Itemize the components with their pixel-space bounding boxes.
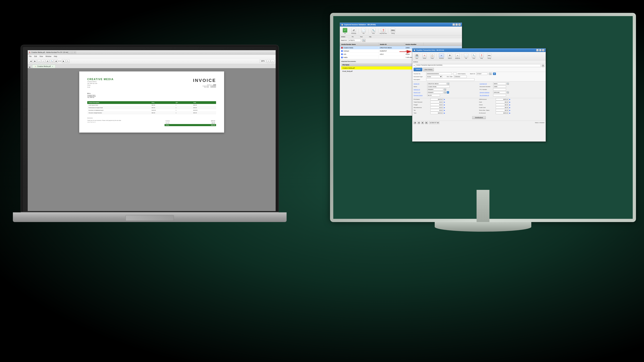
doc-number-input[interactable]: [493, 85, 506, 88]
acrobat-close-btn[interactable]: ✕: [74, 51, 76, 53]
tax-schedule-link[interactable]: Tax Schedule ID: [480, 95, 492, 96]
pay-close-btn[interactable]: ✕: [542, 49, 544, 51]
pay-save-btn[interactable]: 💾 Save: [413, 53, 420, 59]
po-number-input[interactable]: [493, 88, 506, 91]
batch-search-pay-btn[interactable]: 🔍: [489, 72, 492, 75]
pay-paste-btn[interactable]: 📋 Paste: [429, 53, 436, 59]
cc-arrow[interactable]: ▶: [509, 107, 510, 108]
terms-arrow[interactable]: ▶: [509, 109, 510, 111]
payment-terms-link[interactable]: Payment Terms: [414, 95, 426, 96]
pay-additional-btn[interactable]: + Additional: [454, 53, 461, 59]
pay-debug-btn[interactable]: DBG Debug: [486, 53, 493, 59]
address-id-input[interactable]: [427, 88, 443, 91]
voucher-extra1[interactable]: [453, 72, 456, 75]
shipping-link[interactable]: Shipping Method: [480, 92, 492, 93]
remit-to-link[interactable]: Remit To ID: [414, 92, 426, 93]
address-search[interactable]: 🔍: [444, 88, 446, 91]
tax-fin-input[interactable]: [430, 109, 443, 111]
cap-minimize-btn[interactable]: –: [452, 23, 455, 26]
total-arrow[interactable]: ▶: [444, 112, 445, 114]
acrobat-maximize-btn[interactable]: □: [71, 51, 73, 53]
shipping-search[interactable]: 🔍: [507, 91, 509, 93]
nav-first-btn[interactable]: |◀: [414, 121, 416, 124]
remit-to-input[interactable]: [427, 91, 443, 93]
misc-arrow[interactable]: ▶: [444, 107, 445, 108]
company-id-input[interactable]: [493, 82, 506, 85]
pay-status-dropdown[interactable]: Invoice Transaction Approval (Not Submit…: [416, 64, 541, 67]
cap-help-btn[interactable]: ❓ Help Add Note: [379, 28, 387, 34]
terms-disc-input[interactable]: [496, 109, 508, 111]
company-id-link[interactable]: Company ID: [480, 83, 492, 84]
batch-id-input[interactable]: [348, 39, 361, 42]
zoom-in-btn[interactable]: +: [266, 59, 270, 63]
remit-nav[interactable]: ▶: [447, 91, 449, 93]
shipping-input[interactable]: [493, 91, 506, 93]
cap-file-btn[interactable]: 📄 File: [360, 28, 368, 34]
doc-type-select[interactable]: Invoice: [426, 75, 442, 78]
menu-edit[interactable]: Edit: [34, 55, 37, 57]
cursor-btn[interactable]: ↖: [66, 59, 70, 63]
address-id-link[interactable]: Address ID: [414, 89, 426, 90]
check-input[interactable]: [496, 104, 508, 106]
doc-date-input[interactable]: [454, 75, 467, 78]
submit-btn[interactable]: Submit: [414, 68, 422, 71]
batch-nav-btn[interactable]: ▶: [493, 72, 496, 75]
td-arrow[interactable]: ▶: [444, 101, 445, 103]
tax-arrow[interactable]: ▶: [444, 109, 445, 111]
total-fin-input[interactable]: [430, 112, 443, 114]
pay-delete-btn[interactable]: ✕ Delete: [421, 53, 428, 59]
cap-window-controls[interactable]: – □ ✕: [452, 23, 460, 26]
cap-redisplay-btn[interactable]: ↺ Redisplay: [350, 28, 358, 34]
nav-last-btn[interactable]: ▶|: [425, 121, 428, 124]
acrobat-minimize-btn[interactable]: –: [68, 51, 70, 53]
pay-window-controls[interactable]: – □ ✕: [536, 49, 544, 51]
vendor-id-search[interactable]: 🔍: [447, 82, 449, 85]
acrobat-tab-creative-media[interactable]: A Creative Media.pdf ×: [32, 64, 56, 68]
batch-id-pay-input[interactable]: [476, 72, 488, 75]
check-arrow[interactable]: ▶: [509, 104, 510, 106]
pay-help-btn[interactable]: ❓ Help: [478, 53, 485, 59]
purchases-input[interactable]: [430, 98, 443, 100]
freight-input[interactable]: [430, 104, 443, 106]
batch-search-btn[interactable]: 🔍: [362, 39, 366, 42]
vendor-name-input[interactable]: [427, 85, 450, 88]
pay-options-btn[interactable]: ⚙ Options: [446, 53, 454, 59]
vendor-id-input[interactable]: [427, 82, 446, 85]
oa-arrow[interactable]: ▶: [509, 112, 510, 114]
payment-terms-input[interactable]: [427, 94, 440, 96]
on-account-input[interactable]: [496, 112, 508, 114]
cap-maximize-btn[interactable]: □: [456, 23, 458, 26]
cap-debug-btn[interactable]: DBG Debug: [389, 28, 397, 34]
vendor-id-link[interactable]: Vendor ID: [414, 83, 426, 84]
remit-search[interactable]: 🔍: [444, 91, 446, 93]
cash-input[interactable]: [496, 101, 508, 103]
forward-btn[interactable]: ▶: [33, 59, 37, 63]
purchases-arrow[interactable]: ▶: [444, 98, 445, 100]
amount-1099-input[interactable]: [496, 98, 508, 100]
pay-file-btn[interactable]: 📄 File: [462, 53, 470, 59]
cap-close-btn[interactable]: ✕: [458, 23, 460, 26]
zoom-level[interactable]: 100%: [260, 60, 266, 62]
pay-dropdown-arrow[interactable]: ▼: [542, 64, 544, 67]
pay-maximize-btn[interactable]: □: [539, 49, 542, 51]
zoom-out-btn[interactable]: −: [271, 59, 274, 63]
nav-sort-select[interactable]: by Batch ID: [429, 121, 439, 124]
home-btn[interactable]: ⌂: [37, 59, 41, 63]
1099-arrow[interactable]: ▶: [509, 98, 510, 100]
nav-next-btn[interactable]: ▶: [421, 121, 424, 124]
acrobat-window-controls[interactable]: – □ ✕: [68, 51, 76, 53]
freight-arrow[interactable]: ▶: [444, 104, 445, 106]
credit-card-input[interactable]: [496, 106, 508, 109]
tax-schedule-input[interactable]: [493, 94, 506, 96]
menu-help[interactable]: Help: [54, 55, 57, 57]
view-history-btn[interactable]: View History: [423, 68, 434, 71]
nav-next-btn[interactable]: ▶: [62, 59, 65, 63]
misc-input[interactable]: [430, 106, 443, 109]
back-btn[interactable]: ◀: [29, 59, 32, 63]
star-btn[interactable]: ☆: [42, 59, 45, 63]
menu-window[interactable]: Window: [46, 55, 51, 57]
search-toolbar-btn[interactable]: 🔍: [50, 59, 54, 63]
nav-prev-btn[interactable]: ◀: [54, 59, 58, 63]
cap-tools-btn[interactable]: 🔧 Tools: [370, 28, 377, 34]
trade-discount-input[interactable]: [430, 101, 443, 103]
